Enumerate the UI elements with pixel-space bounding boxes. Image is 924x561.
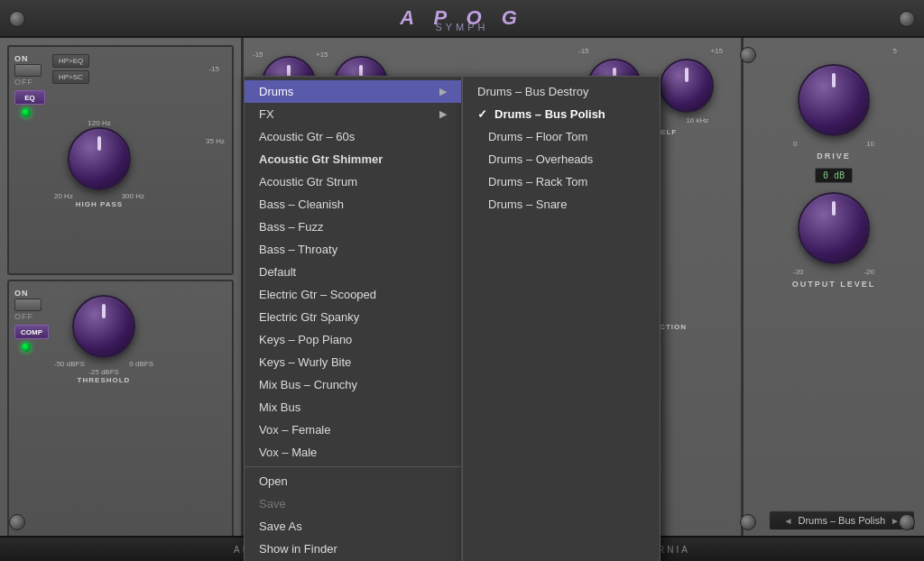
- submenu-bus-polish[interactable]: Drums – Bus Polish: [463, 103, 660, 125]
- screw-mid-right-top: [740, 47, 756, 63]
- drive-label: DRIVE: [817, 152, 851, 161]
- drums-submenu: Drums – Bus Destroy Drums – Bus Polish D…: [462, 76, 661, 561]
- menu-item-bass-throaty[interactable]: Bass – Throaty: [245, 238, 461, 261]
- hp-eq-button[interactable]: HP>EQ: [52, 54, 89, 68]
- submenu-bus-polish-label: Drums – Bus Polish: [494, 107, 605, 121]
- menu-item-save-as[interactable]: Save As: [245, 515, 461, 538]
- menu-item-save-as-label: Save As: [259, 520, 302, 533]
- menu-item-fx[interactable]: FX ▶: [245, 103, 461, 125]
- menu-item-keys-pop[interactable]: Keys – Pop Piano: [245, 328, 461, 351]
- comp-on-label: ON: [14, 289, 49, 298]
- menu-item-fx-label: FX: [259, 107, 274, 121]
- comp-switch-group: ON OFF COMP: [14, 289, 49, 352]
- menu-item-bass-fuzz-label: Bass – Fuzz: [259, 220, 324, 234]
- menu-item-acoustic-shimmer-label: Acoustic Gtr Shimmer: [259, 152, 383, 166]
- menu-item-default[interactable]: Default: [245, 261, 461, 283]
- screw-mid-right-bottom: [740, 514, 756, 530]
- db-display: 0 dB: [815, 168, 853, 183]
- menu-item-save: Save: [245, 492, 461, 515]
- threshold-label: THRESHOLD: [78, 376, 131, 384]
- menu-item-open[interactable]: Open: [245, 467, 461, 492]
- eq-label: EQ: [24, 94, 35, 102]
- menu-item-electric-spanky[interactable]: Electric Gtr Spanky: [245, 306, 461, 328]
- menu-item-vox-male-label: Vox – Male: [259, 446, 317, 459]
- hp-sc-button[interactable]: HP>SC: [52, 70, 89, 84]
- subtitle: SYMPH: [435, 22, 488, 32]
- submenu-overheads[interactable]: Drums – Overheads: [463, 148, 660, 170]
- menu-item-electric-scooped-label: Electric Gtr – Scooped: [259, 288, 376, 301]
- threshold-knob[interactable]: [72, 295, 135, 358]
- output-knob[interactable]: [798, 192, 870, 264]
- menu-item-vox-male[interactable]: Vox – Male: [245, 441, 461, 467]
- scale-neg15-shelf: -15: [578, 47, 589, 55]
- preset-name: Drums – Bus Polish: [799, 515, 886, 526]
- high-pass-knob[interactable]: [68, 127, 131, 190]
- scale-neg20-right: -20: [864, 268, 874, 276]
- freq-120: 120 Hz: [88, 119, 110, 127]
- eq-toggle-on[interactable]: [14, 64, 42, 77]
- high-pass-knob-container: 120 Hz 20 Hz 300 Hz HIGH PASS: [54, 119, 144, 208]
- menu-item-mixbus-crunchy[interactable]: Mix Bus – Crunchy: [245, 373, 461, 396]
- menu-item-open-label: Open: [259, 474, 288, 488]
- menu-item-vox-female-label: Vox – Female: [259, 423, 331, 437]
- scale-neg15-left: -15: [208, 65, 219, 73]
- menu-item-acoustic60s[interactable]: Acoustic Gtr – 60s: [245, 125, 461, 148]
- scale-neg20-left: -20: [793, 268, 804, 276]
- menu-item-acoustic-shimmer[interactable]: Acoustic Gtr Shimmer: [245, 148, 461, 170]
- menu-item-keys-wurly-label: Keys – Wurly Bite: [259, 355, 351, 369]
- menu-item-acoustic60s-label: Acoustic Gtr – 60s: [259, 130, 355, 143]
- shelf-scale-top: -15 +15: [578, 47, 723, 55]
- menu-item-drums-label: Drums: [259, 85, 293, 98]
- menu-item-bass-cleanish[interactable]: Bass – Cleanish: [245, 193, 461, 216]
- right-panel: 5 0 10 DRIVE 0 dB -20 -20 OUTPUT LEVEL: [744, 38, 924, 561]
- main-menu: Drums ▶ FX ▶ Acoustic Gtr – 60s Acoustic…: [244, 76, 462, 561]
- output-level-label: OUTPUT LEVEL: [792, 280, 876, 289]
- menu-item-acoustic-strum-label: Acoustic Gtr Strum: [259, 175, 357, 189]
- preset-display[interactable]: ◄ Drums – Bus Polish ►: [769, 510, 915, 530]
- comp-led: [22, 343, 31, 352]
- scale-5-right: 5: [893, 47, 897, 55]
- submenu-floor-tom-label: Drums – Floor Tom: [488, 130, 587, 143]
- submenu-rack-tom[interactable]: Drums – Rack Tom: [463, 170, 660, 193]
- submenu-floor-tom[interactable]: Drums – Floor Tom: [463, 125, 660, 148]
- menu-item-acoustic-strum[interactable]: Acoustic Gtr Strum: [245, 170, 461, 193]
- eq-button[interactable]: EQ: [14, 90, 45, 105]
- menu-item-show-finder[interactable]: Show in Finder: [245, 538, 461, 560]
- screw-bottom-left: [9, 514, 25, 530]
- menu-item-electric-spanky-label: Electric Gtr Spanky: [259, 310, 359, 324]
- comp-subpanel: ON OFF COMP -50 dBFS 0 dBFS -25 dBFS: [7, 280, 234, 554]
- comp-off-label: OFF: [14, 312, 49, 321]
- comp-toggle[interactable]: [14, 299, 42, 311]
- drive-knob[interactable]: [798, 64, 870, 136]
- hp-buttons: HP>EQ HP>SC: [52, 54, 89, 84]
- freq-20: 20 Hz: [54, 192, 73, 200]
- preset-left-arrow[interactable]: ◄: [784, 516, 793, 526]
- comp-button[interactable]: COMP: [14, 325, 49, 339]
- menu-arrow-fx: ▶: [439, 108, 447, 120]
- scale-35hz: 35 Hz: [206, 137, 225, 145]
- menu-item-bass-fuzz[interactable]: Bass – Fuzz: [245, 216, 461, 238]
- eq-led: [22, 108, 31, 117]
- submenu-bus-destroy[interactable]: Drums – Bus Destroy: [463, 80, 660, 103]
- freq-range: 20 Hz 300 Hz: [54, 192, 144, 200]
- output-section: -20 -20 OUTPUT LEVEL: [792, 192, 876, 289]
- submenu-overheads-label: Drums – Overheads: [488, 152, 593, 166]
- eq-on-label: ON: [14, 54, 45, 63]
- dropdown-menu: Drums ▶ FX ▶ Acoustic Gtr – 60s Acoustic…: [244, 76, 661, 561]
- threshold-knob-container: -50 dBFS 0 dBFS -25 dBFS THRESHOLD: [54, 295, 153, 384]
- menu-item-keys-wurly[interactable]: Keys – Wurly Bite: [245, 351, 461, 373]
- menu-item-electric-scooped[interactable]: Electric Gtr – Scooped: [245, 283, 461, 306]
- freq-300: 300 Hz: [122, 192, 144, 200]
- menu-item-vox-female[interactable]: Vox – Female: [245, 418, 461, 441]
- drive-section: 0 10 DRIVE: [793, 64, 874, 161]
- shelf-knob2[interactable]: [660, 59, 714, 113]
- submenu-snare[interactable]: Drums – Snare: [463, 193, 660, 216]
- db-neg50: -50 dBFS: [54, 360, 85, 368]
- screw-top-left: [9, 11, 25, 27]
- menu-item-mixbus[interactable]: Mix Bus: [245, 396, 461, 418]
- menu-item-drums[interactable]: Drums ▶: [245, 80, 461, 103]
- main-content: ON OFF EQ HP>EQ HP>SC 120 Hz: [0, 38, 924, 561]
- screw-top-right: [899, 11, 915, 27]
- drive-scale: 0 10: [793, 140, 874, 148]
- plugin-wrapper: A P O G SYMPH ON OFF EQ: [0, 0, 924, 561]
